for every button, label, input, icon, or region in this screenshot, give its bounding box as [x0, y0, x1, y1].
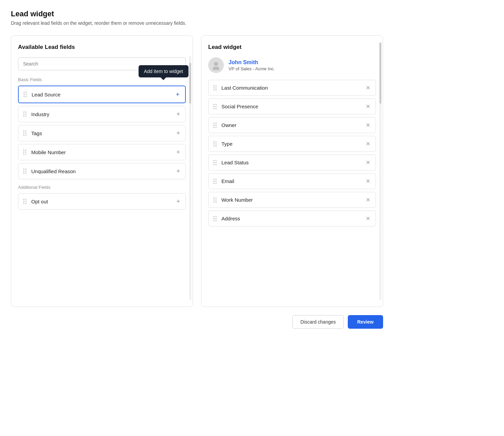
add-unqualified-reason-button[interactable]: +: [176, 168, 181, 174]
discard-changes-button[interactable]: Discard changes: [292, 315, 343, 329]
field-item-lead-source[interactable]: Lead Source + Add item to widget: [18, 86, 186, 103]
remove-email-button[interactable]: ✕: [365, 179, 371, 184]
additional-fields-label: Additional Fields: [18, 185, 186, 190]
widget-item-social-presence[interactable]: Social Presence ✕: [208, 98, 376, 114]
profile-job-title: VP of Sales - Acme Inc.: [229, 66, 275, 71]
right-scrollbar-thumb[interactable]: [379, 42, 381, 104]
field-label-last-communication: Last Communication: [221, 85, 365, 91]
lead-profile: John Smith VP of Sales - Acme Inc.: [208, 57, 376, 73]
field-item-mobile-number[interactable]: Mobile Number +: [18, 144, 186, 160]
field-label-owner: Owner: [221, 122, 365, 128]
panels-container: Available Lead fields Basic Fields Lead …: [11, 35, 383, 307]
svg-point-1: [213, 67, 219, 70]
field-label-industry: Industry: [31, 111, 176, 117]
add-tags-button[interactable]: +: [176, 130, 181, 136]
available-fields-title: Available Lead fields: [18, 44, 186, 51]
left-scrollbar-thumb[interactable]: [189, 63, 191, 104]
field-label-opt-out: Opt out: [31, 199, 176, 204]
remove-owner-button[interactable]: ✕: [365, 123, 371, 128]
drag-handle-email: [213, 179, 217, 184]
avatar: [208, 57, 224, 73]
lead-widget-panel: Lead widget John Smith VP of Sales - Acm…: [201, 35, 383, 307]
tooltip: Add item to widget: [139, 65, 188, 77]
drag-handle-owner: [213, 123, 217, 128]
footer: Discard changes Review: [11, 315, 383, 329]
drag-handle-tags: [23, 130, 26, 136]
lead-widget-title: Lead widget: [208, 44, 376, 51]
drag-handle-industry: [23, 111, 26, 117]
field-label-work-number: Work Number: [221, 197, 365, 203]
widget-item-work-number[interactable]: Work Number ✕: [208, 192, 376, 208]
drag-handle-type: [213, 141, 217, 147]
field-item-unqualified-reason[interactable]: Unqualified Reason +: [18, 163, 186, 179]
field-item-industry[interactable]: Industry +: [18, 106, 186, 122]
review-button[interactable]: Review: [348, 315, 383, 329]
widget-item-email[interactable]: Email ✕: [208, 173, 376, 189]
drag-handle-lead-source: [23, 92, 27, 97]
remove-address-button[interactable]: ✕: [365, 216, 371, 221]
drag-handle-opt-out: [23, 199, 26, 204]
field-label-tags: Tags: [31, 130, 176, 136]
add-lead-source-button[interactable]: +: [175, 91, 180, 98]
remove-social-presence-button[interactable]: ✕: [365, 104, 371, 109]
remove-last-communication-button[interactable]: ✕: [365, 85, 371, 91]
drag-handle-social-presence: [213, 104, 217, 109]
drag-handle-address: [213, 216, 217, 221]
add-opt-out-button[interactable]: +: [176, 198, 181, 204]
tooltip-wrapper: Add item to widget: [139, 65, 188, 77]
svg-point-0: [214, 62, 218, 66]
field-label-email: Email: [221, 178, 365, 184]
drag-handle-mobile-number: [23, 149, 26, 155]
add-industry-button[interactable]: +: [176, 111, 181, 117]
remove-type-button[interactable]: ✕: [365, 141, 371, 147]
field-label-lead-source: Lead Source: [32, 92, 175, 97]
widget-item-address[interactable]: Address ✕: [208, 211, 376, 226]
remove-lead-status-button[interactable]: ✕: [365, 160, 371, 165]
remove-work-number-button[interactable]: ✕: [365, 197, 371, 203]
field-label-address: Address: [221, 216, 365, 221]
page-subtitle: Drag relevant lead fields on the widget,…: [11, 20, 383, 26]
drag-handle-last-communication: [213, 85, 217, 91]
page-title: Lead widget: [11, 10, 383, 18]
field-label-unqualified-reason: Unqualified Reason: [31, 168, 176, 174]
field-label-type: Type: [221, 141, 365, 147]
field-item-tags[interactable]: Tags +: [18, 125, 186, 141]
add-mobile-number-button[interactable]: +: [176, 149, 181, 155]
profile-name: John Smith: [229, 59, 275, 66]
widget-item-type[interactable]: Type ✕: [208, 136, 376, 152]
field-label-lead-status: Lead Status: [221, 160, 365, 165]
profile-info: John Smith VP of Sales - Acme Inc.: [229, 59, 275, 71]
drag-handle-lead-status: [213, 160, 217, 165]
drag-handle-unqualified-reason: [23, 168, 26, 174]
field-label-mobile-number: Mobile Number: [31, 149, 176, 155]
drag-handle-work-number: [213, 197, 217, 203]
available-fields-panel: Available Lead fields Basic Fields Lead …: [11, 35, 193, 307]
field-item-opt-out[interactable]: Opt out +: [18, 193, 186, 210]
left-scrollbar-track: [189, 56, 191, 300]
widget-item-lead-status[interactable]: Lead Status ✕: [208, 155, 376, 170]
widget-item-owner[interactable]: Owner ✕: [208, 117, 376, 133]
field-label-social-presence: Social Presence: [221, 104, 365, 109]
widget-item-last-communication[interactable]: Last Communication ✕: [208, 80, 376, 96]
right-scrollbar-track: [379, 42, 381, 300]
